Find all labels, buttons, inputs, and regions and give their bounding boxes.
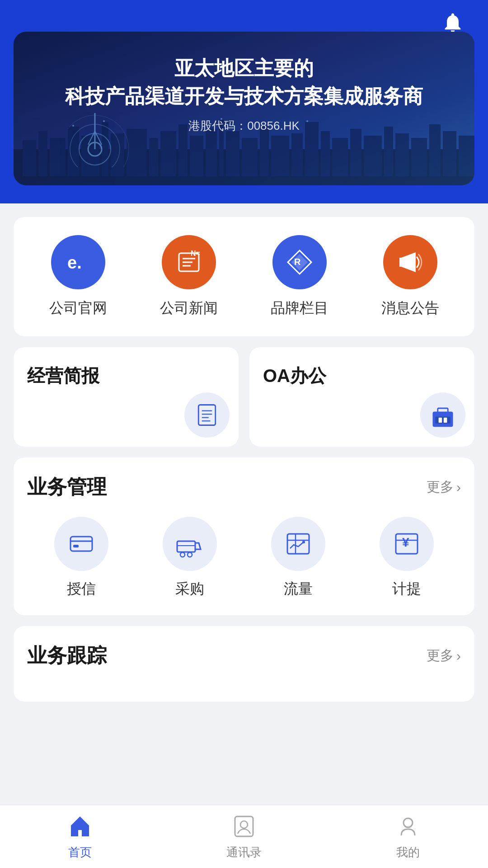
biz-tracking-more[interactable]: 更多 › [427, 646, 461, 665]
svg-point-70 [302, 541, 305, 543]
nav-item-home[interactable]: 首页 [66, 813, 94, 860]
quick-item-official-site[interactable]: e. 公司官网 [49, 235, 107, 318]
svg-rect-63 [177, 541, 195, 552]
svg-rect-17 [260, 127, 269, 176]
svg-rect-24 [364, 136, 382, 176]
news-icon-circle: N= [162, 235, 216, 289]
quick-item-announce[interactable]: 消息公告 [381, 235, 439, 318]
svg-rect-60 [70, 537, 92, 551]
nav-item-mine[interactable]: 我的 [394, 813, 422, 860]
jingying-card[interactable]: 经营简报 [14, 347, 239, 447]
svg-rect-29 [443, 131, 456, 176]
biz-item-flow[interactable]: 流量 [271, 517, 325, 599]
svg-rect-1 [23, 140, 36, 176]
two-col-section: 经营简报 OA办公 [14, 347, 474, 447]
jingying-icon [184, 392, 230, 438]
nav-mine-label: 我的 [396, 844, 420, 860]
biz-tracking-title: 业务跟踪 [27, 642, 107, 669]
commission-icon-circle: ¥ [380, 517, 434, 571]
svg-text:¥: ¥ [402, 535, 409, 549]
official-site-label: 公司官网 [49, 298, 107, 318]
brand-label: 品牌栏目 [271, 298, 328, 318]
commission-label: 计提 [392, 579, 421, 599]
svg-rect-58 [439, 418, 442, 423]
quick-item-brand[interactable]: R 品牌栏目 [271, 235, 328, 318]
purchase-label: 采购 [175, 579, 204, 599]
svg-point-65 [188, 552, 192, 557]
svg-rect-57 [435, 417, 450, 424]
svg-rect-27 [411, 138, 427, 176]
oa-title: OA办公 [263, 363, 326, 388]
svg-rect-18 [271, 136, 289, 176]
flow-label: 流量 [284, 579, 313, 599]
announce-label: 消息公告 [381, 298, 439, 318]
svg-text:R: R [294, 257, 301, 267]
banner: 亚太地区主要的 科技产品渠道开发与技术方案集成服务商 港股代码：00856.HK [14, 32, 474, 185]
bottom-nav: 首页 通讯录 我的 [0, 805, 488, 868]
svg-text:e.: e. [67, 253, 82, 272]
news-label: 公司新闻 [160, 298, 218, 318]
svg-rect-19 [291, 133, 303, 176]
biz-item-credit[interactable]: 授信 [54, 517, 108, 599]
svg-rect-26 [395, 133, 409, 176]
biz-management-section: 业务管理 更多 › 授信 [14, 458, 474, 615]
banner-title-line2: 科技产品渠道开发与技术方案集成服务商 [47, 82, 441, 110]
svg-rect-21 [321, 131, 330, 176]
credit-label: 授信 [67, 579, 96, 599]
biz-item-purchase[interactable]: 采购 [163, 517, 217, 599]
official-site-icon-circle: e. [51, 235, 105, 289]
banner-title-line1: 亚太地区主要的 [47, 54, 441, 82]
svg-rect-23 [350, 129, 361, 176]
biz-management-more[interactable]: 更多 › [427, 478, 461, 496]
biz-icons-row: 授信 采购 [27, 517, 461, 599]
oa-icon [420, 392, 465, 438]
svg-rect-59 [444, 418, 447, 423]
nav-item-contacts[interactable]: 通讯录 [226, 813, 262, 860]
svg-rect-16 [242, 138, 258, 176]
brand-icon-circle: R [272, 235, 327, 289]
svg-rect-3 [50, 138, 66, 176]
svg-rect-10 [160, 131, 176, 176]
svg-point-75 [240, 821, 248, 828]
biz-item-commission[interactable]: ¥ 计提 [380, 517, 434, 599]
svg-rect-62 [73, 545, 79, 547]
credit-icon-circle [54, 517, 108, 571]
nav-contacts-label: 通讯录 [226, 844, 262, 860]
svg-rect-15 [226, 131, 239, 176]
svg-rect-12 [190, 136, 203, 176]
banner-subtitle: 港股代码：00856.HK [47, 118, 441, 134]
purchase-icon-circle [163, 517, 217, 571]
biz-management-title: 业务管理 [27, 474, 107, 500]
svg-point-64 [180, 552, 185, 557]
svg-rect-50 [198, 405, 216, 425]
flow-icon-circle [271, 517, 325, 571]
nav-home-label: 首页 [68, 844, 92, 860]
svg-rect-2 [38, 131, 47, 176]
svg-point-76 [404, 818, 413, 827]
svg-rect-22 [332, 138, 348, 176]
svg-rect-49 [399, 258, 403, 267]
svg-rect-25 [384, 127, 393, 176]
announce-icon-circle [383, 235, 437, 289]
quick-icons-section: e. 公司官网 N= 公司新闻 [14, 217, 474, 336]
biz-tracking-section: 业务跟踪 更多 › [14, 626, 474, 702]
svg-text:N=: N= [191, 250, 200, 257]
svg-rect-30 [459, 136, 474, 176]
svg-rect-13 [206, 129, 217, 176]
quick-item-news[interactable]: N= 公司新闻 [160, 235, 218, 318]
oa-card[interactable]: OA办公 [249, 347, 474, 447]
svg-rect-67 [287, 534, 309, 554]
jingying-title: 经营简报 [27, 363, 99, 388]
